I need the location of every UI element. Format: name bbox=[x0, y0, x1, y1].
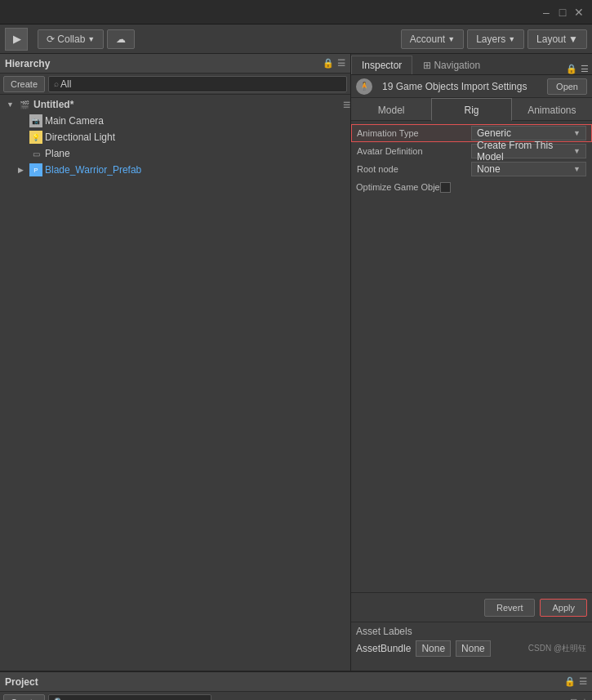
avatar-definition-dropdown[interactable]: Create From This Model ▼ bbox=[471, 144, 586, 158]
scene-icon: 🎬 bbox=[18, 98, 31, 111]
prefab-arrow: ▶ bbox=[18, 166, 29, 174]
hierarchy-toolbar: Create ⌕ All bbox=[0, 74, 350, 95]
toolbar-right: Account ▼ Layers ▼ Layout ▼ bbox=[401, 29, 587, 49]
main-area: Hierarchy 🔒 ☰ Create ⌕ All ▼ 🎬 Untitled*… bbox=[0, 54, 592, 671]
avatar-definition-label: Avatar Definition bbox=[357, 146, 471, 156]
root-node-arrow: ▼ bbox=[573, 165, 581, 173]
root-node-dropdown[interactable]: None ▼ bbox=[471, 162, 586, 176]
scene-name: Untitled* bbox=[33, 99, 73, 110]
hierarchy-item-main-camera[interactable]: 📷 Main Camera bbox=[0, 113, 350, 129]
layers-button[interactable]: Layers ▼ bbox=[467, 29, 524, 49]
animation-type-dropdown[interactable]: Generic ▼ bbox=[471, 126, 586, 140]
hierarchy-lock-icon[interactable]: 🔒 bbox=[323, 58, 334, 69]
apply-button[interactable]: Apply bbox=[540, 599, 587, 617]
top-toolbar: ▶ ⟳ Collab ▼ ☁ Account ▼ Layers ▼ Layout… bbox=[0, 25, 592, 54]
sub-tab-animations[interactable]: Animations bbox=[512, 98, 592, 121]
prefab-icon-wrap: P bbox=[29, 163, 45, 176]
minimize-button[interactable]: – bbox=[540, 6, 553, 19]
project-title: Project bbox=[5, 676, 38, 688]
layout-button[interactable]: Layout ▼ bbox=[527, 29, 587, 49]
camera-icon-wrap: 📷 bbox=[29, 114, 45, 127]
open-button[interactable]: Open bbox=[547, 78, 587, 95]
tab-inspector[interactable]: Inspector bbox=[351, 56, 412, 74]
sub-tab-rig[interactable]: Rig bbox=[431, 98, 511, 121]
layout-dropdown-arrow: ▼ bbox=[568, 33, 578, 45]
search-icon: ⌕ bbox=[54, 79, 59, 88]
animation-type-arrow: ▼ bbox=[573, 129, 581, 137]
light-icon: 💡 bbox=[29, 131, 42, 144]
hierarchy-item-directional-light[interactable]: 💡 Directional Light bbox=[0, 129, 350, 145]
inspector-panel: Inspector ⊞ Navigation 🔒 ☰ 🧍 19 Game Obj… bbox=[351, 54, 592, 671]
collab-dropdown-arrow: ▼ bbox=[87, 35, 95, 43]
project-search-box[interactable]: 🔍 bbox=[48, 694, 211, 701]
hierarchy-search-placeholder: All bbox=[60, 78, 71, 90]
hierarchy-item-plane[interactable]: ▭ Plane bbox=[0, 145, 350, 162]
hierarchy-header: Hierarchy 🔒 ☰ bbox=[0, 54, 350, 74]
bottom-area: Project 🔒 ☰ Create 🔍 ⊞ ★ Assets ▶ Blade_… bbox=[0, 671, 592, 700]
asset-labels-section: Asset Labels AssetBundle None None CSDN … bbox=[351, 622, 592, 671]
project-search-extra[interactable]: ⊞ bbox=[570, 697, 577, 700]
asset-bundle-select-left[interactable]: None bbox=[416, 640, 451, 657]
asset-bundle-select-right[interactable]: None bbox=[456, 640, 491, 657]
hierarchy-menu-icon[interactable]: ☰ bbox=[337, 58, 345, 69]
inspector-title: 19 Game Objects Import Settings bbox=[382, 81, 527, 92]
app-logo: ▶ bbox=[5, 28, 28, 51]
maximize-button[interactable]: □ bbox=[556, 6, 569, 19]
settings-area: Animation Type Generic ▼ Avatar Definiti… bbox=[351, 121, 592, 592]
inspector-tabs: Inspector ⊞ Navigation 🔒 ☰ bbox=[351, 54, 592, 75]
tab-inspector-label: Inspector bbox=[362, 60, 402, 71]
cloud-button[interactable]: ☁ bbox=[107, 29, 135, 49]
tab-navigation-icon: ⊞ bbox=[423, 60, 431, 71]
close-button[interactable]: ✕ bbox=[572, 6, 585, 19]
root-node-value: None bbox=[477, 163, 501, 175]
project-toolbar: Create 🔍 ⊞ ★ bbox=[0, 692, 592, 700]
avatar-definition-value: Create From This Model bbox=[477, 140, 573, 163]
scene-menu-icon[interactable]: ☰ bbox=[343, 100, 350, 109]
light-label: Directional Light bbox=[45, 132, 115, 143]
layers-label: Layers bbox=[476, 33, 505, 45]
sub-tab-model-label: Model bbox=[378, 105, 405, 116]
asset-labels-title: Asset Labels bbox=[356, 626, 587, 637]
project-star-icon[interactable]: ★ bbox=[581, 697, 589, 700]
hierarchy-search-box[interactable]: ⌕ All bbox=[48, 76, 347, 92]
asset-label-row: AssetBundle None None CSDN @杜明钰 bbox=[356, 640, 587, 657]
setting-row-optimize: Optimize Game Obje bbox=[351, 178, 592, 196]
inspector-menu-icon[interactable]: ☰ bbox=[581, 64, 589, 74]
inspector-lock-icon[interactable]: 🔒 bbox=[566, 64, 577, 74]
account-dropdown-arrow: ▼ bbox=[447, 35, 455, 43]
camera-icon: 📷 bbox=[29, 114, 42, 127]
animation-type-label: Animation Type bbox=[357, 128, 471, 138]
prefab-label: Blade_Warrior_Prefab bbox=[45, 164, 141, 176]
inspector-title-bar: 🧍 19 Game Objects Import Settings Open bbox=[351, 75, 592, 98]
revert-button[interactable]: Revert bbox=[484, 599, 535, 617]
hierarchy-panel: Hierarchy 🔒 ☰ Create ⌕ All ▼ 🎬 Untitled*… bbox=[0, 54, 351, 671]
project-menu-icon[interactable]: ☰ bbox=[579, 676, 587, 687]
layers-dropdown-arrow: ▼ bbox=[508, 35, 515, 43]
tab-navigation[interactable]: ⊞ Navigation bbox=[412, 56, 491, 74]
collab-label: ⟳ Collab bbox=[47, 33, 85, 45]
root-node-label: Root node bbox=[357, 164, 471, 174]
project-header: Project 🔒 ☰ bbox=[0, 672, 592, 692]
sub-tab-model[interactable]: Model bbox=[351, 98, 431, 121]
account-label: Account bbox=[410, 33, 445, 45]
light-icon-wrap: 💡 bbox=[29, 131, 45, 144]
camera-label: Main Camera bbox=[45, 115, 104, 127]
setting-row-avatar-definition: Avatar Definition Create From This Model… bbox=[351, 142, 592, 160]
scene-expand-arrow: ▼ bbox=[7, 100, 18, 109]
collab-button[interactable]: ⟳ Collab ▼ bbox=[38, 29, 104, 49]
plane-icon: ▭ bbox=[29, 147, 42, 160]
optimize-checkbox[interactable] bbox=[440, 182, 451, 193]
hierarchy-scene-root[interactable]: ▼ 🎬 Untitled* ☰ bbox=[0, 96, 350, 113]
project-lock-icon[interactable]: 🔒 bbox=[564, 676, 576, 687]
hierarchy-create-button[interactable]: Create bbox=[3, 76, 45, 92]
animation-type-value: Generic bbox=[477, 127, 511, 139]
project-panel: Project 🔒 ☰ Create 🔍 ⊞ ★ Assets ▶ Blade_… bbox=[0, 672, 592, 700]
setting-row-root-node: Root node None ▼ bbox=[351, 160, 592, 178]
asset-bundle-label: AssetBundle bbox=[356, 643, 411, 654]
hierarchy-item-blade-warrior[interactable]: ▶ P Blade_Warrior_Prefab bbox=[0, 162, 350, 178]
account-button[interactable]: Account ▼ bbox=[401, 29, 464, 49]
avatar-definition-arrow: ▼ bbox=[573, 147, 581, 155]
sub-tab-animations-label: Animations bbox=[527, 105, 576, 116]
project-create-button[interactable]: Create bbox=[3, 694, 45, 701]
prefab-icon: P bbox=[29, 163, 42, 176]
